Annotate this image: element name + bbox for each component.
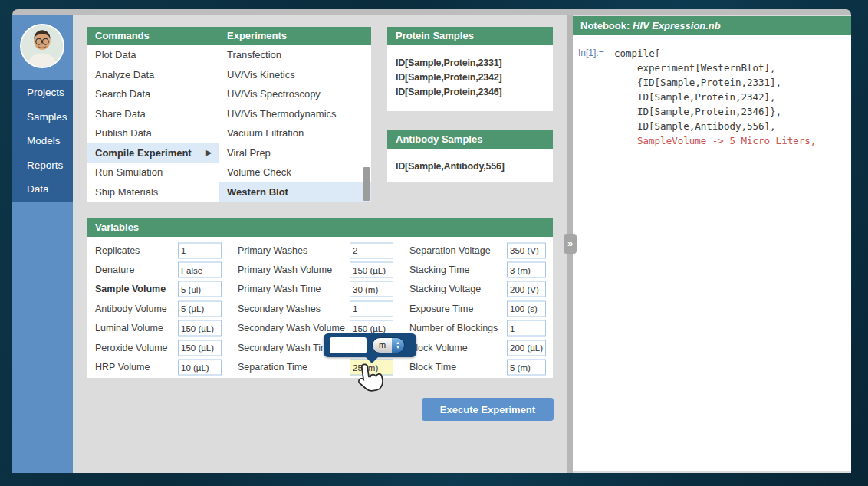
menu-item-label: Volume Check [227, 166, 291, 178]
stepper-arrows-icon[interactable]: ▲ ▼ [392, 338, 404, 353]
variable-input-primary-wash-time[interactable] [350, 281, 393, 297]
desktop-background: { "window": { "handle_glyph": "\u00bb" }… [0, 0, 868, 486]
menu-item-label: Publish Data [95, 127, 152, 139]
notebook-title-prefix: Notebook: [580, 20, 633, 31]
variable-input-hrp-volume[interactable] [178, 360, 222, 376]
panel-divider[interactable]: » [567, 15, 573, 473]
menu-item-label: Vacuum Filtration [227, 127, 304, 139]
variable-label-exposure-time: Exposure Time [409, 304, 473, 314]
menu-item-viral-prep[interactable]: Viral Prep [219, 143, 371, 163]
unit-stepper[interactable]: m ▲ ▼ [372, 337, 405, 353]
menu-item-analyze-data[interactable]: Analyze Data [87, 65, 219, 85]
menu-item-vacuum-filtration[interactable]: Vacuum Filtration [219, 123, 371, 143]
menu-item-ship-materials[interactable]: Ship Materials [87, 182, 219, 202]
variable-input-number-of-blockings[interactable] [507, 320, 546, 337]
menu-item-uvvis-spectroscopy[interactable]: UV/Vis Spectroscopy [219, 84, 371, 104]
variable-label-replicates: Replicates [95, 245, 140, 256]
variable-input-denature[interactable] [178, 262, 222, 278]
variable-input-stacking-time[interactable] [507, 262, 546, 278]
sidebar-item-reports[interactable]: Reports [12, 153, 73, 178]
variable-input-primary-wash-volume[interactable] [350, 262, 393, 278]
menu-item-share-data[interactable]: Share Data [87, 104, 219, 124]
antibody-samples-panel: Antibody Samples ID[Sample,Antibody,556] [387, 130, 553, 182]
sidebar-item-samples[interactable]: Samples [12, 105, 73, 130]
variable-label-hrp-volume: HRP Volume [95, 362, 150, 373]
code-line: ID[Sample,Antibody,556], [614, 119, 816, 133]
code-line: ID[Sample,Protein,2342], [614, 90, 816, 104]
variable-input-antibody-volume[interactable] [178, 300, 222, 317]
protein-samples-header: Protein Samples [387, 27, 553, 45]
variables-row: Luminal Volume Secondary Wash Volume Num… [87, 319, 553, 338]
avatar[interactable] [20, 24, 64, 68]
variables-panel-header: Variables [87, 218, 553, 237]
menu-item-label: Plot Data [95, 49, 136, 61]
unit-value-input[interactable] [330, 337, 367, 353]
code-line: ID[Sample,Protein,2346]}, [614, 104, 816, 119]
collapse-handle[interactable]: » [564, 234, 577, 254]
sidebar-item-data[interactable]: Data [12, 177, 73, 202]
variable-input-primary-washes[interactable] [350, 242, 393, 258]
submenu-arrow-icon: ▶ [206, 149, 219, 156]
menu-item-label: Run Simulation [95, 166, 163, 178]
variable-input-separation-voltage[interactable] [507, 242, 546, 258]
menu-item-uvvis-thermodynamics[interactable]: UV/Vis Thermodynamics [219, 104, 371, 124]
variable-input-stacking-voltage[interactable] [507, 281, 546, 297]
notebook-header: Notebook: HIV Expression.nb [573, 16, 851, 35]
menu-item-label: Western Blot [227, 186, 288, 198]
code-line-highlighted: SampleVolume -> 5 Micro Liters, [614, 133, 816, 148]
variables-panel: Variables Replicates Primary Washes Sepa… [87, 218, 553, 378]
variable-label-stacking-voltage: Stacking Voltage [409, 284, 481, 294]
menu-item-label: UV/Vis Spectroscopy [227, 88, 321, 100]
variable-input-secondary-washes[interactable] [350, 300, 393, 317]
menu-item-label: Share Data [95, 108, 146, 120]
variables-row: Antibody Volume Secondary Washes Exposur… [87, 299, 553, 318]
variable-label-stacking-time: Stacking Time [409, 264, 470, 275]
notebook-body[interactable]: In[1]:= compile[ experiment[WesternBlot]… [573, 35, 851, 471]
variable-label-block-volume: Block Volume [409, 343, 468, 353]
variable-label-secondary-wash-time: Secondary Wash Time [238, 343, 334, 353]
menu-item-label: Ship Materials [95, 186, 158, 198]
variable-input-exposure-time[interactable] [507, 300, 546, 317]
menu-item-transfection[interactable]: Transfection [219, 45, 371, 65]
variable-label-separation-time: Separation Time [238, 362, 307, 373]
variable-label-secondary-washes: Secondary Washes [238, 304, 321, 314]
variable-input-sample-volume[interactable] [178, 281, 222, 297]
menu-item-plot-data[interactable]: Plot Data [87, 45, 219, 65]
code-line: {ID[Sample,Protein,2331], [614, 75, 816, 90]
variables-row: Sample Volume Primary Wash Time Stacking… [87, 280, 553, 299]
menu-item-volume-check[interactable]: Volume Check [219, 163, 371, 182]
stepper-down-icon[interactable]: ▼ [396, 346, 399, 350]
menu-item-uvvis-kinetics[interactable]: UV/Vis Kinetics [219, 65, 371, 85]
variable-label-block-time: Block Time [409, 362, 456, 373]
menu-item-label: UV/Vis Kinetics [227, 69, 295, 80]
menu-item-western-blot[interactable]: Western Blot [219, 182, 371, 202]
menu-item-label: Search Data [95, 88, 150, 100]
app-window: Projects Samples Models Reports Data Com… [12, 9, 851, 473]
commands-panel: Commands Plot Data Analyze Data Search D… [87, 27, 219, 202]
menu-item-run-simulation[interactable]: Run Simulation [87, 163, 219, 182]
menu-item-search-data[interactable]: Search Data [87, 84, 219, 104]
variable-input-peroxide-volume[interactable] [178, 340, 222, 356]
sidebar-item-models[interactable]: Models [12, 129, 73, 153]
experiments-panel-header: Experiments [219, 27, 371, 45]
variable-input-block-time[interactable] [507, 360, 546, 376]
execute-experiment-button[interactable]: Execute Experiment [422, 398, 554, 421]
hand-cursor-icon [353, 359, 390, 398]
variable-label-number-of-blockings: Number of Blockings [409, 323, 498, 333]
unit-entry-popover: m ▲ ▼ [324, 333, 416, 357]
variable-input-luminal-volume[interactable] [178, 320, 222, 337]
variables-row: Replicates Primary Washes Separation Vol… [87, 241, 553, 260]
menu-item-publish-data[interactable]: Publish Data [87, 123, 219, 143]
avatar-photo [21, 25, 63, 67]
variable-input-block-volume[interactable] [507, 340, 546, 356]
variable-input-replicates[interactable] [178, 242, 222, 258]
protein-sample-id: ID[Sample,Protein,2342] [396, 71, 553, 85]
sidebar-item-projects[interactable]: Projects [12, 80, 73, 105]
protein-samples-panel: Protein Samples ID[Sample,Protein,2331] … [387, 27, 553, 111]
text-caret [334, 340, 334, 351]
variable-label-separation-voltage: Separation Voltage [409, 245, 491, 256]
menu-item-compile-experiment[interactable]: Compile Experiment ▶ [87, 143, 219, 163]
commands-panel-header: Commands [87, 27, 219, 45]
protein-sample-id: ID[Sample,Protein,2331] [396, 56, 553, 71]
scrollbar-thumb[interactable] [363, 167, 370, 201]
